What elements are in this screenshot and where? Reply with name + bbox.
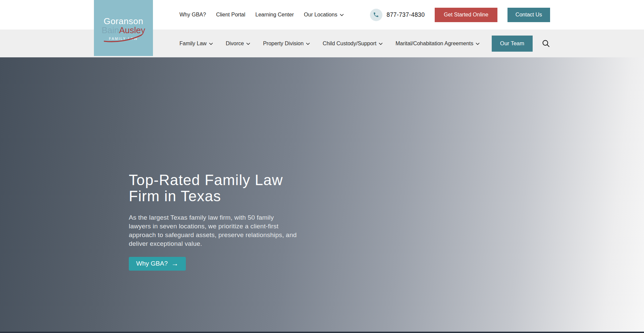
nav-why-gba[interactable]: Why GBA?	[179, 12, 206, 18]
nav-property-division[interactable]: Property Division	[263, 41, 310, 47]
utility-nav: Why GBA? Client Portal Learning Center O…	[179, 0, 344, 30]
chevron-down-icon	[379, 43, 383, 45]
hero-content: Top-Rated Family Law Firm in Texas As th…	[129, 172, 317, 271]
chevron-down-icon	[340, 14, 344, 16]
hero-paragraph: As the largest Texas family law firm, wi…	[129, 213, 297, 248]
phone-icon	[370, 9, 382, 21]
logo-text: Goranson BainAusley FAMILY LAW	[94, 17, 153, 41]
logo-line2: BainAusley	[102, 25, 145, 35]
chevron-down-icon	[246, 43, 250, 45]
logo-line1: Goranson	[104, 16, 143, 26]
phone-group: 877-737-4830	[370, 9, 425, 21]
nav-learning-center[interactable]: Learning Center	[255, 12, 294, 18]
get-started-online-button[interactable]: Get Started Online	[435, 8, 497, 22]
contact-us-button[interactable]: Contact Us	[507, 8, 550, 22]
main-nav-actions: Our Team	[492, 30, 550, 57]
nav-child-custody-support[interactable]: Child Custody/Support	[323, 41, 383, 47]
why-gba-cta-button[interactable]: Why GBA? →	[129, 257, 186, 271]
logo-swoosh-icon	[103, 35, 143, 43]
search-button[interactable]	[542, 39, 550, 48]
chevron-down-icon	[306, 43, 310, 45]
our-team-button[interactable]: Our Team	[492, 36, 533, 52]
logo-tagline: FAMILY LAW	[109, 37, 138, 41]
nav-our-locations[interactable]: Our Locations	[304, 12, 344, 18]
next-section-edge	[0, 332, 644, 333]
nav-client-portal[interactable]: Client Portal	[216, 12, 245, 18]
search-icon	[542, 39, 550, 48]
logo[interactable]: Goranson BainAusley FAMILY LAW	[94, 0, 153, 56]
nav-marital-cohabitation-agreements[interactable]: Marital/Cohabitation Agreements	[395, 41, 480, 47]
chevron-down-icon	[476, 43, 480, 45]
hero-title: Top-Rated Family Law Firm in Texas	[129, 172, 317, 205]
hero-section: Top-Rated Family Law Firm in Texas As th…	[0, 57, 644, 332]
nav-family-law[interactable]: Family Law	[179, 41, 213, 47]
header: Goranson BainAusley FAMILY LAW Why GBA? …	[0, 0, 644, 30]
chevron-down-icon	[209, 43, 213, 45]
header-actions: 877-737-4830 Get Started Online Contact …	[370, 0, 550, 30]
main-nav-items: Family Law Divorce Property Division Chi…	[179, 30, 480, 57]
nav-divorce[interactable]: Divorce	[226, 41, 250, 47]
arrow-right-icon: →	[171, 260, 178, 267]
phone-number-link[interactable]: 877-737-4830	[387, 11, 425, 18]
